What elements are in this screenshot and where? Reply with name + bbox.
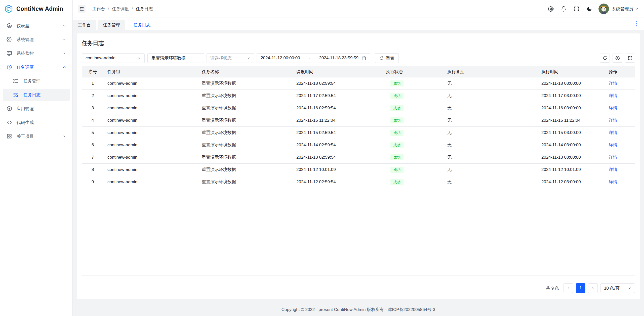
detail-link[interactable]: 详情 xyxy=(609,81,617,86)
chevron-down-icon xyxy=(63,134,66,138)
copyright-text: Copyright © 2022 - present ContiNew Admi… xyxy=(281,307,435,312)
cell-remark: 无 xyxy=(443,126,537,139)
status-select[interactable]: 请选择状态 xyxy=(207,53,254,63)
detail-link[interactable]: 详情 xyxy=(609,167,617,172)
table-row: 3 continew-admin 重置演示环境数据 2024-11-16 02:… xyxy=(82,102,635,114)
pagination-page-1[interactable]: 1 xyxy=(576,283,585,293)
task-name-input[interactable] xyxy=(147,53,204,63)
task-log-table: 序号 任务组 任务名称 调度时间 执行状态 执行备注 执行时间 操作 1 xyxy=(82,66,635,276)
cell-schedule-time: 2024-11-13 02:59:54 xyxy=(292,151,382,163)
sidebar-item-label: 任务调度 xyxy=(17,64,34,70)
sidebar-item-task-log[interactable]: 任务日志 xyxy=(3,89,70,101)
sidebar-collapse-button[interactable] xyxy=(78,5,86,13)
status-badge: 成功 xyxy=(390,130,404,136)
breadcrumb-item[interactable]: 任务调度 xyxy=(112,6,129,12)
clock-icon xyxy=(7,64,12,70)
date-range-picker[interactable]: 2024-11-12 00:00:00 - 2024-11-18 23:59:5… xyxy=(257,53,370,63)
tab-label: 任务日志 xyxy=(133,22,150,28)
status-badge: 成功 xyxy=(390,167,404,173)
breadcrumb: 工作台 / 任务调度 / 任务日志 xyxy=(92,6,153,12)
footer: Copyright © 2022 - present ContiNew Admi… xyxy=(73,299,644,316)
table-fullscreen-button[interactable] xyxy=(625,54,635,63)
chevron-up-icon xyxy=(63,65,66,69)
fullscreen-icon[interactable] xyxy=(574,6,579,12)
sidebar-item-app-management[interactable]: 应用管理 xyxy=(3,103,70,115)
cell-remark: 无 xyxy=(443,176,537,188)
sidebar-item-about-project[interactable]: 关于项目 xyxy=(3,130,70,142)
cell-exec-time: 2024-11-17 03:00:00 xyxy=(537,89,605,102)
table-settings-button[interactable] xyxy=(613,54,622,63)
detail-link[interactable]: 详情 xyxy=(609,130,617,135)
table-row: 7 continew-admin 重置演示环境数据 2024-11-13 02:… xyxy=(82,151,635,163)
cell-group: continew-admin xyxy=(103,163,198,176)
breadcrumb-item[interactable]: 工作台 xyxy=(92,6,105,12)
chevron-down-icon xyxy=(628,286,631,290)
status-badge: 成功 xyxy=(390,93,404,99)
sidebar-item-system-monitor[interactable]: 系统监控 xyxy=(3,47,70,59)
cell-status: 成功 xyxy=(382,163,443,176)
tab-more-icon[interactable] xyxy=(633,20,640,27)
table-actions xyxy=(597,54,635,63)
task-group-select-value: continew-admin xyxy=(86,56,115,61)
cell-remark: 无 xyxy=(443,77,537,89)
detail-link[interactable]: 详情 xyxy=(609,106,617,110)
gear-icon[interactable] xyxy=(548,6,554,12)
moon-icon[interactable] xyxy=(586,6,592,12)
pagination-next-button[interactable] xyxy=(588,283,598,293)
cell-status: 成功 xyxy=(382,77,443,89)
sidebar-item-label: 任务日志 xyxy=(23,92,41,98)
cell-index: 7 xyxy=(82,151,103,163)
cell-name: 重置演示环境数据 xyxy=(198,176,292,188)
sidebar-item-system-management[interactable]: 系统管理 xyxy=(3,33,70,46)
bell-icon[interactable] xyxy=(561,6,567,12)
breadcrumb-separator: / xyxy=(108,6,109,11)
cell-group: continew-admin xyxy=(103,176,198,188)
sidebar-item-dashboard[interactable]: 仪表盘 xyxy=(3,20,70,32)
detail-link[interactable]: 详情 xyxy=(609,155,617,160)
detail-link[interactable]: 详情 xyxy=(609,143,617,147)
sidebar-item-task-scheduling[interactable]: 任务调度 xyxy=(3,61,70,73)
detail-link[interactable]: 详情 xyxy=(609,93,617,98)
user-name[interactable]: 系统管理员 xyxy=(612,6,633,12)
chevron-down-icon xyxy=(63,38,66,41)
sidebar-item-label: 代码生成 xyxy=(17,120,34,125)
tab-task-log[interactable]: 任务日志 xyxy=(127,20,157,30)
pagination-prev-button[interactable] xyxy=(564,283,573,293)
cell-index: 8 xyxy=(82,163,103,176)
detail-link[interactable]: 详情 xyxy=(609,179,617,184)
cell-actions: 详情 xyxy=(605,114,635,126)
cell-group: continew-admin xyxy=(103,114,198,126)
cell-remark: 无 xyxy=(443,163,537,176)
chevron-down-icon xyxy=(635,7,638,11)
cell-name: 重置演示环境数据 xyxy=(198,114,292,126)
sidebar-item-code-generation[interactable]: 代码生成 xyxy=(3,116,70,128)
table-row: 1 continew-admin 重置演示环境数据 2024-11-18 02:… xyxy=(82,77,635,89)
task-group-select[interactable]: continew-admin xyxy=(82,53,145,63)
sidebar-item-task-management[interactable]: 任务管理 xyxy=(3,75,70,87)
table-header: 序号 任务组 任务名称 调度时间 执行状态 执行备注 执行时间 操作 xyxy=(82,66,635,77)
cell-status: 成功 xyxy=(382,151,443,163)
chevron-down-icon xyxy=(63,52,66,55)
tab-task-management[interactable]: 任务管理 xyxy=(98,20,125,30)
column-header-remark: 执行备注 xyxy=(443,66,537,77)
reset-button[interactable]: 重置 xyxy=(375,53,399,63)
avatar[interactable] xyxy=(598,4,609,14)
table-row: 5 continew-admin 重置演示环境数据 2024-11-15 02:… xyxy=(82,126,635,139)
cell-name: 重置演示环境数据 xyxy=(198,77,292,89)
topbar: 工作台 / 任务调度 / 任务日志 xyxy=(73,0,644,18)
calendar-icon xyxy=(361,56,366,61)
refresh-table-button[interactable] xyxy=(600,54,610,63)
tab-workbench[interactable]: 工作台 xyxy=(73,20,96,30)
detail-link[interactable]: 详情 xyxy=(609,118,617,123)
filter-bar: continew-admin 请选择状态 2024-11-12 00:00:00… xyxy=(82,53,635,63)
cell-group: continew-admin xyxy=(103,77,198,89)
gear-icon xyxy=(7,37,12,42)
page-size-select[interactable]: 10 条/页 xyxy=(600,283,635,293)
cell-schedule-time: 2024-11-14 02:59:54 xyxy=(292,139,382,151)
cell-exec-time: 2024-11-13 03:00:00 xyxy=(537,151,605,163)
content-area: 任务日志 continew-admin 请选择状态 2024-11-12 00:… xyxy=(73,30,644,299)
cell-remark: 无 xyxy=(443,151,537,163)
chevron-down-icon xyxy=(247,56,251,60)
cell-name: 重置演示环境数据 xyxy=(198,126,292,139)
cell-actions: 详情 xyxy=(605,126,635,139)
